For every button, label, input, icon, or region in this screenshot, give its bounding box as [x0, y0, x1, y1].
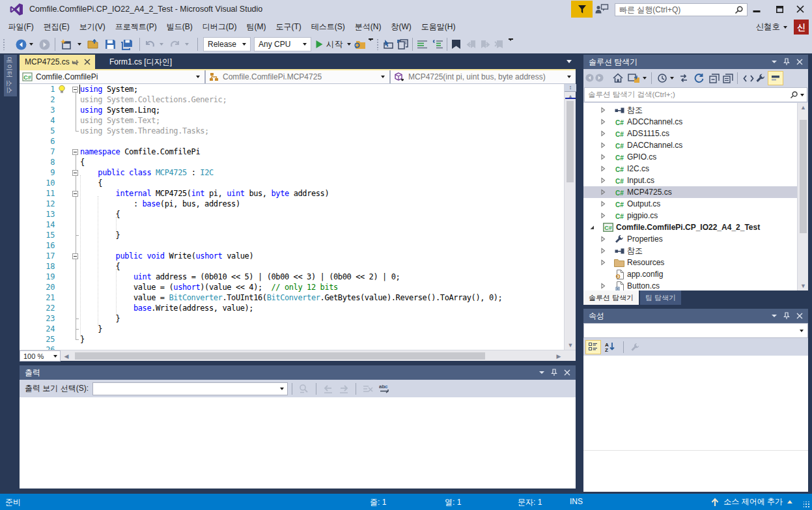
properties-header[interactable]: 속성	[583, 309, 808, 323]
show-all-files-icon[interactable]	[628, 73, 640, 83]
expand-arrow-icon[interactable]	[600, 107, 606, 113]
show-output-from-combobox[interactable]	[92, 382, 288, 395]
tree-item-ADCChannel.cs[interactable]: C#ADCChannel.cs	[583, 116, 797, 128]
find-in-files-button[interactable]	[354, 35, 366, 53]
next-message-icon[interactable]	[339, 384, 349, 393]
expand-arrow-icon[interactable]	[600, 177, 606, 184]
add-to-source-control-button[interactable]: 소스 제어에 추가	[711, 496, 792, 507]
undo-dropdown[interactable]	[160, 35, 163, 53]
menu-item-8[interactable]: 테스트(S)	[306, 19, 350, 35]
se-scroll-down-icon[interactable]: ▼	[798, 282, 809, 290]
new-project-button[interactable]	[60, 35, 72, 53]
tree-item-Output.cs[interactable]: C#Output.cs	[583, 198, 797, 210]
menu-item-9[interactable]: 분석(N)	[350, 19, 386, 35]
data-sources-side-tab[interactable]: 데이터 소스	[4, 55, 17, 96]
menu-item-2[interactable]: 보기(V)	[74, 19, 110, 35]
start-debug-button[interactable]: 시작	[315, 35, 343, 53]
scroll-right-icon[interactable]: ▶	[553, 352, 564, 360]
tab-solution-explorer[interactable]: 솔루션 탐색기	[583, 290, 639, 305]
expand-arrow-icon[interactable]	[600, 165, 606, 172]
se-forward-icon[interactable]	[595, 74, 604, 82]
lightbulb-icon[interactable]	[57, 85, 66, 94]
scroll-down-icon[interactable]: ▼	[565, 341, 576, 349]
menu-item-4[interactable]: 빌드(B)	[161, 19, 197, 35]
quick-launch-search[interactable]: 빠른 실행(Ctrl+Q)	[615, 3, 748, 16]
editor-split-handle[interactable]: ↕	[565, 84, 576, 92]
tree-item-Resources[interactable]: Resources	[583, 257, 797, 268]
user-avatar[interactable]: 신	[794, 20, 809, 35]
uncomment-lines-button[interactable]	[432, 35, 443, 53]
close-tab-icon[interactable]	[84, 59, 91, 65]
wrench-icon[interactable]	[755, 73, 766, 83]
toolbar-grip[interactable]	[3, 38, 5, 50]
expand-arrow-icon[interactable]	[600, 119, 606, 125]
navigate-backward-dropdown[interactable]	[29, 35, 33, 53]
toggle-word-wrap-icon[interactable]: ab c	[379, 384, 391, 393]
previous-bookmark-button[interactable]	[466, 35, 477, 53]
sync-with-active-document-icon[interactable]	[679, 74, 689, 83]
properties-pin-icon[interactable]	[783, 312, 790, 320]
solution-explorer-pin-icon[interactable]	[783, 58, 790, 66]
expand-arrow-icon[interactable]	[600, 236, 606, 242]
undo-button[interactable]	[144, 35, 156, 53]
alphabetical-sort-icon[interactable]: A Z	[605, 342, 615, 352]
output-pin-icon[interactable]	[551, 369, 557, 376]
clear-bookmarks-button[interactable]	[494, 35, 505, 53]
tree-item-Comfile.ComfilePi.CP_IO22_A4_2_Test[interactable]: C#Comfile.ComfilePi.CP_IO22_A4_2_Test	[583, 221, 797, 233]
tree-item-I2C.cs[interactable]: C#I2C.cs	[583, 163, 797, 175]
member-dropdown[interactable]: MCP4725(int pi, uint bus, byte address)	[391, 70, 576, 83]
solution-explorer-close-icon[interactable]	[796, 59, 803, 65]
tree-item-pigpio.cs[interactable]: C#pigpio.cs	[583, 210, 797, 221]
tree-item-Properties[interactable]: Properties	[583, 233, 797, 245]
fold-marker-line-17[interactable]	[72, 253, 78, 259]
menu-item-5[interactable]: 디버그(D)	[197, 19, 242, 35]
comment-lines-button[interactable]	[417, 35, 428, 53]
tab-list-dropdown-icon[interactable]	[567, 60, 572, 63]
next-bookmark-button[interactable]	[480, 35, 491, 53]
text-editor-overflow-dropdown[interactable]	[509, 35, 513, 53]
se-scroll-up-icon[interactable]: ▲	[798, 104, 809, 111]
properties-object-combobox[interactable]	[583, 323, 808, 338]
tree-item-DACChannel.cs[interactable]: C#DACChannel.cs	[583, 139, 797, 151]
solution-configuration-combobox[interactable]: Release	[203, 37, 251, 51]
expand-arrow-icon[interactable]	[600, 154, 606, 160]
menu-item-6[interactable]: 팀(M)	[242, 19, 271, 35]
home-icon[interactable]	[613, 73, 623, 83]
previous-message-icon[interactable]	[323, 384, 333, 393]
expand-arrow-icon[interactable]	[600, 248, 606, 254]
toolbar-grip-2[interactable]	[376, 38, 379, 50]
open-file-button[interactable]	[87, 35, 100, 53]
collapse-all-icon[interactable]	[709, 73, 720, 83]
redo-dropdown[interactable]	[185, 35, 189, 53]
solution-explorer-header[interactable]: 솔루션 탐색기	[583, 55, 808, 69]
toolbar-overflow-dropdown[interactable]	[369, 35, 373, 53]
output-panel-header[interactable]: 출력	[20, 365, 576, 380]
expand-arrow-icon[interactable]	[600, 130, 606, 137]
menu-item-11[interactable]: 도움말(H)	[416, 19, 460, 35]
navigate-forward-button[interactable]	[39, 35, 50, 53]
solution-explorer-position-icon[interactable]	[772, 61, 777, 63]
new-project-dropdown[interactable]	[77, 35, 81, 53]
se-scroll-thumb[interactable]	[800, 120, 807, 233]
properties-window-icon[interactable]	[723, 73, 733, 83]
show-all-files-dropdown-icon[interactable]	[643, 77, 647, 79]
fold-marker-line-7[interactable]	[72, 149, 78, 155]
expand-arrow-icon[interactable]	[600, 142, 606, 149]
expand-arrow-icon[interactable]	[600, 201, 606, 207]
save-all-button[interactable]	[120, 35, 133, 53]
title-bar[interactable]: Comfile.ComfilePi.CP_IO22_A4_2_Test - Mi…	[0, 0, 812, 18]
properties-position-icon[interactable]	[772, 315, 777, 317]
editor-vertical-scrollbar[interactable]: ↕ ▲ ▼	[564, 84, 576, 350]
menu-item-0[interactable]: 파일(F)	[3, 19, 38, 35]
solution-platform-combobox[interactable]: Any CPU	[254, 37, 311, 51]
navigate-backward-button[interactable]	[16, 35, 27, 53]
tab-mcp4725[interactable]: MCP4725.cs	[20, 55, 95, 69]
tree-item-GPIO.cs[interactable]: C#GPIO.cs	[583, 151, 797, 163]
redo-button[interactable]	[169, 35, 181, 53]
filter-dropdown-icon[interactable]	[670, 77, 674, 79]
preview-selected-items-toggle[interactable]	[768, 71, 783, 85]
menu-item-1[interactable]: 편집(E)	[38, 19, 74, 35]
output-content[interactable]	[20, 397, 576, 489]
output-close-icon[interactable]	[564, 369, 570, 376]
properties-close-icon[interactable]	[796, 313, 803, 319]
